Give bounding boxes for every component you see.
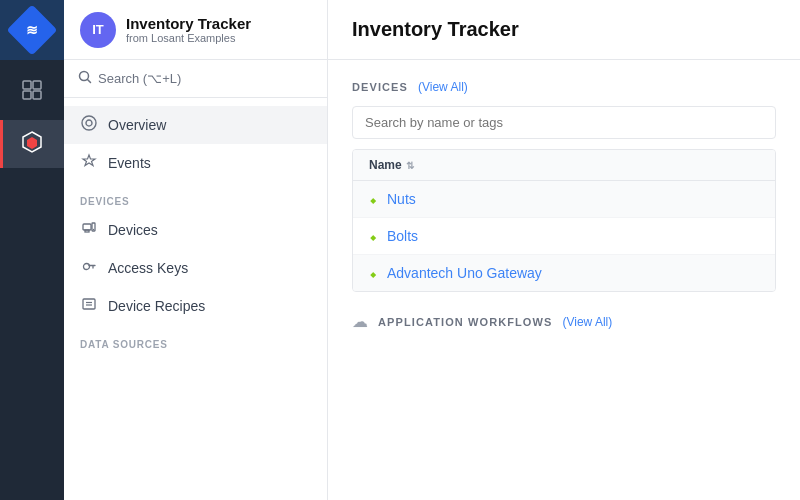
logo-icon: ≋ — [26, 22, 38, 38]
rail-item-dashboard[interactable] — [0, 68, 64, 116]
main-content: DEVICES (View All) Name ⇅ ⬥ Nuts ⬥ Bolts… — [328, 60, 800, 500]
device-status-icon-1: ⬥ — [369, 228, 377, 244]
workflows-view-all-link[interactable]: (View All) — [562, 315, 612, 329]
svg-rect-8 — [83, 224, 91, 230]
dashboard-icon — [21, 79, 43, 106]
svg-rect-3 — [33, 91, 41, 99]
svg-point-11 — [93, 229, 94, 230]
device-link-2[interactable]: Advantech Uno Gateway — [387, 265, 542, 281]
svg-point-6 — [82, 116, 96, 130]
svg-rect-13 — [83, 299, 95, 309]
rail-item-apps[interactable] — [0, 120, 64, 168]
devices-search-input[interactable] — [352, 106, 776, 139]
app-sub: from Losant Examples — [126, 32, 251, 44]
device-status-icon-2: ⬥ — [369, 265, 377, 281]
overview-icon — [80, 115, 98, 135]
app-info: Inventory Tracker from Losant Examples — [126, 15, 251, 44]
nav-device-recipes-label: Device Recipes — [108, 298, 205, 314]
events-icon — [80, 153, 98, 173]
data-sources-section-title: DATA SOURCES — [64, 325, 327, 354]
device-link-1[interactable]: Bolts — [387, 228, 418, 244]
main-header: Inventory Tracker — [328, 0, 800, 60]
devices-view-all-link[interactable]: (View All) — [418, 80, 468, 94]
table-row[interactable]: ⬥ Nuts — [353, 181, 775, 218]
device-recipes-icon — [80, 296, 98, 316]
svg-line-5 — [88, 80, 91, 83]
svg-rect-1 — [33, 81, 41, 89]
svg-rect-9 — [85, 230, 89, 232]
svg-rect-0 — [23, 81, 31, 89]
nav-item-access-keys[interactable]: Access Keys — [64, 249, 327, 287]
nav-item-events[interactable]: Events — [64, 144, 327, 182]
cloud-icon: ☁ — [352, 312, 368, 331]
section-divider: ☁ APPLICATION WORKFLOWS (View All) — [352, 312, 776, 331]
nav-events-label: Events — [108, 155, 151, 171]
device-status-icon-0: ⬥ — [369, 191, 377, 207]
workflows-title: APPLICATION WORKFLOWS — [378, 316, 552, 328]
app-name: Inventory Tracker — [126, 15, 251, 32]
search-label: Search (⌥+L) — [98, 71, 181, 86]
svg-rect-2 — [23, 91, 31, 99]
devices-title: DEVICES — [352, 81, 408, 93]
devices-section-header: DEVICES (View All) — [352, 80, 776, 94]
nav-item-overview[interactable]: Overview — [64, 106, 327, 144]
devices-section-title: DEVICES — [64, 182, 327, 211]
sidebar-header: IT Inventory Tracker from Losant Example… — [64, 0, 327, 60]
svg-point-7 — [86, 120, 92, 126]
table-header: Name ⇅ — [353, 150, 775, 181]
devices-icon — [80, 220, 98, 240]
nav-access-keys-label: Access Keys — [108, 260, 188, 276]
rail-items — [0, 60, 64, 168]
icon-rail: ≋ — [0, 0, 64, 500]
sort-icon: ⇅ — [406, 160, 414, 171]
access-keys-icon — [80, 258, 98, 278]
app-avatar: IT — [80, 12, 116, 48]
main-content-area: Inventory Tracker DEVICES (View All) Nam… — [328, 0, 800, 500]
device-link-0[interactable]: Nuts — [387, 191, 416, 207]
nav-item-device-recipes[interactable]: Device Recipes — [64, 287, 327, 325]
sidebar-nav: Overview Events DEVICES Devices — [64, 98, 327, 362]
devices-table: Name ⇅ ⬥ Nuts ⬥ Bolts ⬥ Advantech Uno Ga… — [352, 149, 776, 292]
table-row[interactable]: ⬥ Advantech Uno Gateway — [353, 255, 775, 291]
apps-icon — [19, 129, 45, 160]
search-icon — [78, 70, 92, 87]
nav-devices-label: Devices — [108, 222, 158, 238]
logo-diamond: ≋ — [7, 5, 58, 56]
svg-point-12 — [84, 264, 90, 270]
nav-overview-label: Overview — [108, 117, 166, 133]
workflows-section-header: ☁ APPLICATION WORKFLOWS (View All) — [352, 312, 776, 331]
table-row[interactable]: ⬥ Bolts — [353, 218, 775, 255]
nav-item-devices[interactable]: Devices — [64, 211, 327, 249]
rail-logo[interactable]: ≋ — [0, 0, 64, 60]
sidebar-search[interactable]: Search (⌥+L) — [64, 60, 327, 98]
page-title: Inventory Tracker — [352, 18, 519, 41]
sidebar: IT Inventory Tracker from Losant Example… — [64, 0, 328, 500]
name-column-header: Name — [369, 158, 402, 172]
